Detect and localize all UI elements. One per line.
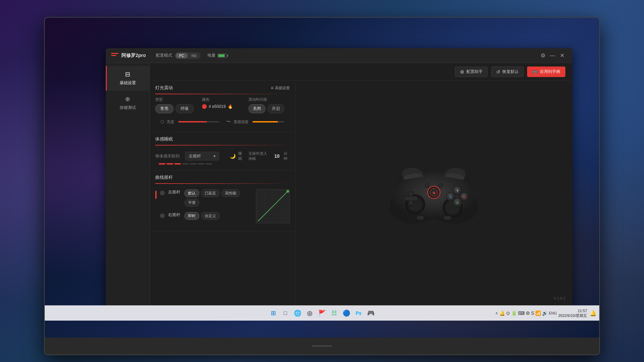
haptic-section: 体感睡眠 将体感关联到 左摇杆 右	[150, 132, 295, 170]
left-btn-default[interactable]: 默认	[184, 189, 199, 197]
flash-label: 震动时闪烁	[248, 97, 290, 102]
sleep-slider[interactable]	[155, 163, 290, 165]
curve-title: 曲线摇杆	[155, 174, 173, 180]
flag-icon: 🚩	[318, 309, 326, 317]
light-section-title: 灯光震动	[155, 85, 173, 91]
apply-btn[interactable]: 🎮 应用到手柄	[527, 66, 565, 77]
curve-graph	[256, 189, 290, 223]
mode-toggle[interactable]: PC NS	[175, 52, 201, 59]
mode-pc[interactable]: PC	[176, 53, 187, 58]
haptic-content: 将体感关联到 左摇杆 右摇杆 无 ▼	[150, 148, 295, 170]
light-color-group: 颜色 # e50019 🔥	[202, 97, 243, 113]
flame-icon: 🔥	[228, 104, 233, 109]
settings-btn[interactable]: ⚙	[538, 51, 548, 60]
advanced-settings-link[interactable]: ≡ 高级设置	[271, 85, 290, 91]
logo-line-1	[111, 53, 119, 54]
light-btn-steady[interactable]: 常亮	[155, 104, 174, 113]
chrome-icon: 🌐	[294, 309, 301, 317]
game-btn[interactable]: 🎮	[365, 308, 376, 319]
taskbar-center: ⊞ □ 🌐 ◎ 🚩 ☷ 🔵	[268, 308, 376, 319]
battery-area: 电量	[207, 53, 227, 58]
light-type-label: 类型	[155, 97, 197, 102]
color-value: # e50019	[209, 104, 226, 109]
main-content: ⊟ 基础设置 ⊕ 按键测试 ⚙ 配置助手	[106, 63, 572, 307]
taskbar-btn-6[interactable]: ☷	[329, 308, 340, 319]
sidebar-basic-label: 基础设置	[120, 80, 136, 86]
app-logo: 阿修罗2pro	[111, 53, 146, 59]
flash-btn-off[interactable]: 关闭	[248, 104, 265, 113]
config-helper-btn[interactable]: ⚙ 配置助手	[455, 66, 488, 77]
right-btn-instant[interactable]: 即时	[184, 212, 199, 220]
ps-btn[interactable]: Ps	[353, 308, 364, 319]
right-stick-icon: ◎	[160, 212, 165, 218]
color-dot	[202, 104, 207, 109]
svg-point-27	[416, 215, 424, 220]
light-section: 灯光震动 ≡ 高级设置	[150, 81, 295, 132]
left-btn-performance[interactable]: 高性能	[221, 189, 240, 197]
curve-content: ◎ 左摇杆 默认 已延迟 高性能 平滑	[150, 187, 295, 231]
flash-btns: 关闭 开启	[248, 104, 290, 113]
tray-icon-9: ENG	[549, 311, 557, 315]
svg-text:X: X	[449, 195, 452, 199]
task-view-btn[interactable]: □	[280, 308, 291, 319]
vibration-slider-item: 〜 震感强度	[226, 119, 285, 125]
sidebar-item-basic[interactable]: ⊟ 基础设置	[106, 66, 149, 91]
battery-icon	[218, 54, 227, 58]
sidebar-item-keytest[interactable]: ⊕ 按键测试	[106, 91, 149, 115]
logo-line-2	[111, 55, 116, 56]
curve-controls: ◎ 左摇杆 默认 已延迟 高性能 平滑	[155, 189, 250, 226]
curve-divider	[155, 183, 290, 184]
light-top-row: 类型 常亮 呼吸 颜色	[155, 97, 290, 113]
curve-section: 曲线摇杆 ◎	[150, 170, 295, 231]
sleep-desc: 睡眠	[238, 151, 244, 161]
menu-icon: ≡	[271, 85, 274, 91]
haptic-divider	[155, 145, 290, 146]
config-helper-icon: ⚙	[460, 69, 464, 75]
svg-point-28	[443, 215, 451, 220]
haptic-select[interactable]: 左摇杆 右摇杆 无	[185, 152, 219, 160]
start-btn[interactable]: ⊞	[268, 308, 279, 319]
vibration-track[interactable]	[253, 121, 285, 122]
svg-text:B: B	[463, 195, 465, 199]
apply-icon: 🎮	[532, 69, 538, 75]
laptop-bezel	[45, 338, 599, 355]
restore-icon: ↺	[496, 69, 500, 75]
taskbar-btn-5[interactable]: 🚩	[317, 308, 327, 319]
right-btn-custom[interactable]: 自定义	[201, 212, 220, 220]
left-stick-indicator	[155, 191, 157, 199]
taskbar: ⊞ □ 🌐 ◎ 🚩 ☷ 🔵	[45, 305, 599, 321]
close-btn[interactable]: ✕	[557, 51, 567, 60]
sidebar-keytest-label: 按键测试	[120, 105, 136, 111]
svg-point-26	[425, 184, 429, 188]
tray-chevron[interactable]: ∧	[495, 311, 498, 316]
svg-point-7	[286, 190, 289, 193]
mode-ns[interactable]: NS	[188, 53, 200, 58]
flash-btn-on[interactable]: 开启	[267, 104, 284, 113]
taskbar-btn-7[interactable]: 🔵	[341, 308, 352, 319]
left-btn-delayed[interactable]: 已延迟	[201, 189, 220, 197]
grid-icon: ☷	[331, 309, 337, 317]
right-panel: ⚙ 配置助手 ↺ 恢复默认 🎮 应用到手柄	[150, 63, 572, 307]
svg-point-34	[461, 211, 462, 213]
sleep-dot-4	[182, 163, 189, 165]
brightness-track[interactable]	[178, 121, 219, 122]
edge-btn[interactable]: ◎	[304, 308, 315, 319]
svg-text:⊗: ⊗	[432, 191, 435, 195]
light-type-btns: 常亮 呼吸	[155, 104, 197, 113]
light-btn-breath[interactable]: 呼吸	[176, 104, 194, 113]
left-btn-smooth[interactable]: 平滑	[184, 199, 199, 207]
sidebar: ⊟ 基础设置 ⊕ 按键测试	[106, 63, 150, 307]
left-stick-row: ◎ 左摇杆 默认 已延迟 高性能 平滑	[155, 189, 250, 207]
color-row[interactable]: # e50019 🔥	[202, 104, 243, 109]
light-controls: 类型 常亮 呼吸 颜色	[150, 97, 295, 132]
date-display: 2022/6/10/星期五	[558, 313, 587, 318]
restore-default-btn[interactable]: ↺ 恢复默认	[491, 66, 524, 77]
chrome-btn[interactable]: 🌐	[292, 308, 303, 319]
tray-icon-4: ⌨	[518, 310, 525, 316]
taskbar-time[interactable]: 11:57 2022/6/10/星期五	[558, 308, 587, 318]
haptic-header: 体感睡眠	[150, 132, 295, 145]
minimize-btn[interactable]: —	[548, 51, 557, 60]
action-bar: ⚙ 配置助手 ↺ 恢复默认 🎮 应用到手柄	[150, 63, 572, 81]
vibration-icon: 〜	[226, 119, 231, 125]
notification-icon[interactable]: 🔔	[590, 310, 597, 317]
